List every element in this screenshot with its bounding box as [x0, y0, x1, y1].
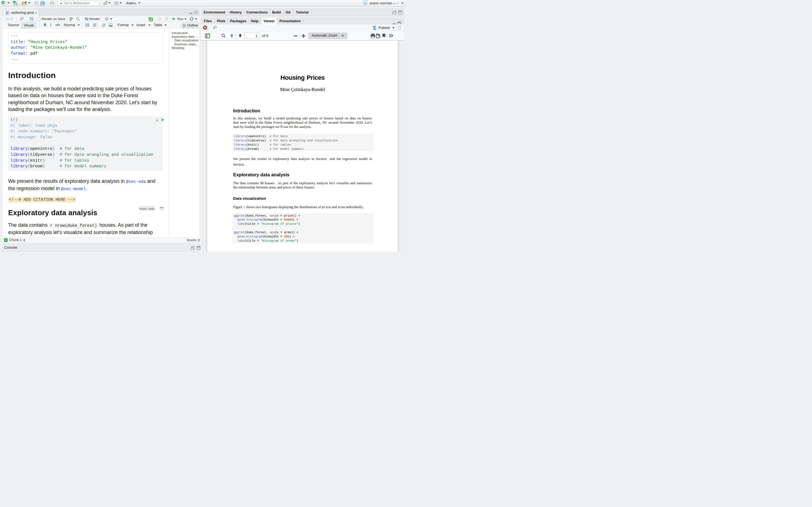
svg-text:R: R — [16, 2, 18, 5]
svg-text:1: 1 — [93, 23, 94, 25]
svg-text:ABC: ABC — [69, 17, 73, 19]
svg-text:R: R — [364, 2, 366, 5]
svg-text:2: 2 — [93, 25, 94, 27]
